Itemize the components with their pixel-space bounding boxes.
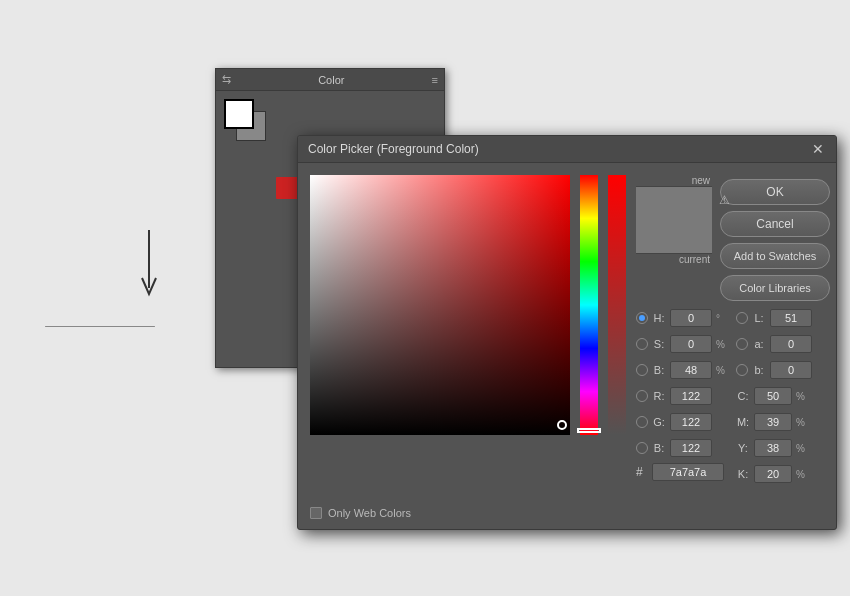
hex-label: # xyxy=(636,465,648,479)
ok-button[interactable]: OK xyxy=(720,179,830,205)
field-row-L: L: xyxy=(736,307,824,329)
label-G: G: xyxy=(652,416,666,428)
hue-slider-container[interactable] xyxy=(580,175,598,435)
fields-left: H: ° S: % xyxy=(636,307,728,489)
dialog-close-button[interactable]: ✕ xyxy=(810,142,826,156)
field-row-a: a: xyxy=(736,333,824,355)
label-C: C: xyxy=(736,390,750,402)
dialog-body: new ⚠ current OK Cancel xyxy=(298,163,836,501)
canvas-arrow xyxy=(138,230,160,305)
radio-L[interactable] xyxy=(736,312,748,324)
current-label: current xyxy=(679,254,712,265)
hue-slider[interactable] xyxy=(580,175,598,435)
color-gradient-area[interactable] xyxy=(310,175,570,435)
dialog-bottom: Only Web Colors xyxy=(298,507,836,529)
cmyk-row-M: M: % xyxy=(736,411,824,433)
dialog-title: Color Picker (Foreground Color) xyxy=(308,142,479,156)
hex-row: # xyxy=(636,463,728,481)
label-K: K: xyxy=(736,468,750,480)
input-Y[interactable] xyxy=(754,439,792,457)
input-B[interactable] xyxy=(670,361,712,379)
field-row-S: S: % xyxy=(636,333,728,355)
field-row-G: G: xyxy=(636,411,728,433)
label-B: B: xyxy=(652,364,666,376)
input-blab[interactable] xyxy=(770,361,812,379)
new-label: new xyxy=(692,175,712,186)
field-row-Bblue: B: xyxy=(636,437,728,459)
label-L: L: xyxy=(752,312,766,324)
fields-right: L: a: b: xyxy=(736,307,824,489)
input-S[interactable] xyxy=(670,335,712,353)
color-panel-menu-icon: ≡ xyxy=(432,74,438,86)
unit-H: ° xyxy=(716,313,728,324)
cmyk-row-Y: Y: % xyxy=(736,437,824,459)
gradient-cursor xyxy=(557,420,567,430)
only-web-colors-checkbox[interactable] xyxy=(310,507,322,519)
input-C[interactable] xyxy=(754,387,792,405)
input-Bblue[interactable] xyxy=(670,439,712,457)
radio-S[interactable] xyxy=(636,338,648,350)
right-panel: new ⚠ current OK Cancel xyxy=(636,175,824,489)
color-libraries-button[interactable]: Color Libraries xyxy=(720,275,830,301)
color-preview-current[interactable] xyxy=(636,220,712,254)
radio-a[interactable] xyxy=(736,338,748,350)
radio-R[interactable] xyxy=(636,390,648,402)
unit-K: % xyxy=(796,469,808,480)
color-panel-arrows: ⇆ xyxy=(222,73,231,86)
label-blab: b: xyxy=(752,364,766,376)
input-a[interactable] xyxy=(770,335,812,353)
input-M[interactable] xyxy=(754,413,792,431)
canvas: ⇆ Color ≡ Color Picker (Foreground Color… xyxy=(0,0,850,596)
hue-cursor xyxy=(577,428,601,433)
alpha-slider-container[interactable] xyxy=(608,175,626,435)
buttons-group: OK Cancel Add to Swatches Color Librarie… xyxy=(720,179,830,301)
cmyk-row-K: K: % xyxy=(736,463,824,485)
color-preview-new[interactable]: ⚠ xyxy=(636,186,712,220)
color-picker-dialog: Color Picker (Foreground Color) ✕ xyxy=(297,135,837,530)
canvas-brush-stroke xyxy=(45,326,155,327)
color-warning-icon: ⚠ xyxy=(719,193,730,207)
unit-C: % xyxy=(796,391,808,402)
top-right: new ⚠ current OK Cancel xyxy=(636,175,824,301)
gradient-box[interactable] xyxy=(310,175,570,435)
color-panel-title: Color xyxy=(318,74,344,86)
input-L[interactable] xyxy=(770,309,812,327)
radio-G[interactable] xyxy=(636,416,648,428)
field-row-B: B: % xyxy=(636,359,728,381)
label-a: a: xyxy=(752,338,766,350)
input-K[interactable] xyxy=(754,465,792,483)
label-H: H: xyxy=(652,312,666,324)
color-panel-header: ⇆ Color ≡ xyxy=(216,69,444,91)
field-row-R: R: xyxy=(636,385,728,407)
alpha-slider[interactable] xyxy=(608,175,626,435)
all-fields: H: ° S: % xyxy=(636,307,824,489)
input-R[interactable] xyxy=(670,387,712,405)
cancel-button[interactable]: Cancel xyxy=(720,211,830,237)
unit-S: % xyxy=(716,339,728,350)
input-H[interactable] xyxy=(670,309,712,327)
radio-H[interactable] xyxy=(636,312,648,324)
radio-Bblue[interactable] xyxy=(636,442,648,454)
label-M: M: xyxy=(736,416,750,428)
label-Bblue: B: xyxy=(652,442,666,454)
unit-M: % xyxy=(796,417,808,428)
fg-swatch[interactable] xyxy=(224,99,254,129)
label-R: R: xyxy=(652,390,666,402)
hex-input[interactable] xyxy=(652,463,724,481)
unit-Y: % xyxy=(796,443,808,454)
add-to-swatches-button[interactable]: Add to Swatches xyxy=(720,243,830,269)
label-Y: Y: xyxy=(736,442,750,454)
field-row-H: H: ° xyxy=(636,307,728,329)
input-G[interactable] xyxy=(670,413,712,431)
dialog-header: Color Picker (Foreground Color) ✕ xyxy=(298,136,836,163)
web-colors-row: Only Web Colors xyxy=(310,507,824,519)
only-web-colors-label: Only Web Colors xyxy=(328,507,411,519)
cmyk-row-C: C: % xyxy=(736,385,824,407)
radio-B[interactable] xyxy=(636,364,648,376)
field-row-blab: b: xyxy=(736,359,824,381)
label-S: S: xyxy=(652,338,666,350)
unit-B: % xyxy=(716,365,728,376)
radio-blab[interactable] xyxy=(736,364,748,376)
